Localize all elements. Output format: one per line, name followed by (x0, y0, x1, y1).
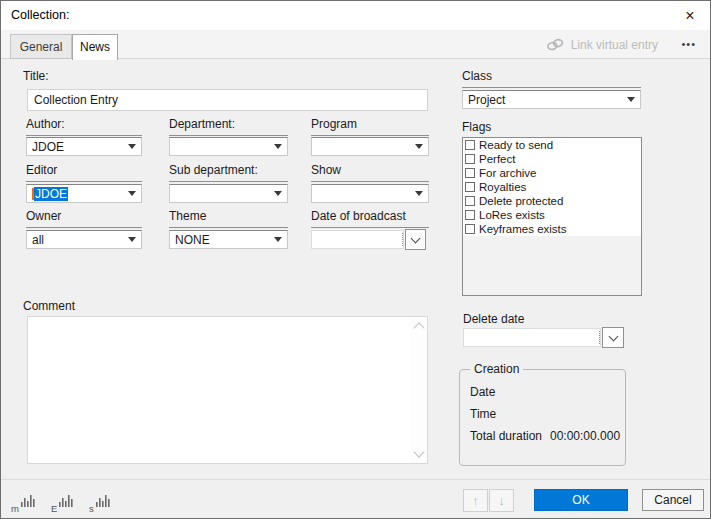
flag-label: Keyframes exists (479, 223, 567, 235)
waveform-icon (20, 493, 38, 513)
flags-listbox[interactable]: Ready to send Perfect For archive Royalt… (462, 137, 642, 296)
program-label: Program (311, 117, 429, 136)
chevron-down-icon[interactable] (274, 144, 282, 149)
title-bar: Collection: × (1, 1, 710, 30)
chevron-down-icon (411, 233, 421, 243)
chevron-down-icon[interactable] (274, 237, 282, 242)
waveform-icon (58, 493, 76, 513)
chevron-down-icon (608, 331, 618, 341)
comment-textarea[interactable] (27, 316, 428, 464)
chevron-down-icon[interactable] (128, 191, 136, 196)
checkbox-icon[interactable] (465, 154, 475, 164)
chevron-down-icon[interactable] (627, 97, 635, 102)
link-virtual-entry-button[interactable]: Link virtual entry (546, 30, 658, 59)
show-label: Show (311, 163, 429, 182)
chevron-down-icon[interactable] (128, 237, 136, 242)
ok-button[interactable]: OK (534, 489, 628, 511)
class-value: Project (468, 92, 627, 108)
chevron-down-icon[interactable] (128, 144, 136, 149)
delete-date-input[interactable] (463, 328, 601, 347)
marker-m-button[interactable]: m (11, 491, 41, 513)
title-value: Collection Entry (34, 93, 118, 107)
owner-combobox[interactable]: all (26, 230, 142, 249)
tab-general[interactable]: General (10, 34, 72, 59)
editor-value: JDOE (32, 186, 128, 202)
close-icon[interactable]: × (676, 3, 704, 28)
sub-department-combobox[interactable] (169, 184, 288, 203)
program-combobox[interactable] (311, 137, 429, 156)
date-of-broadcast-dropdown-button[interactable] (405, 229, 426, 250)
footer-divider (1, 479, 710, 480)
marker-s-button[interactable]: s (89, 491, 119, 513)
scroll-down-icon[interactable] (413, 446, 424, 457)
show-combobox[interactable] (311, 184, 429, 203)
tab-news[interactable]: News (72, 34, 118, 60)
flag-row-keyframes-exists[interactable]: Keyframes exists (463, 222, 641, 236)
author-value: JDOE (32, 139, 128, 155)
waveform-icon (95, 493, 113, 513)
comment-label: Comment (23, 299, 75, 313)
theme-value: NONE (175, 232, 274, 248)
creation-date-label: Date (470, 385, 495, 399)
collection-dialog: Collection: × General News Link virtual … (0, 0, 711, 519)
date-of-broadcast-label: Date of broadcast (311, 209, 429, 228)
creation-total-duration-label: Total duration (470, 429, 542, 443)
move-down-button[interactable]: ↓ (489, 489, 514, 512)
checkbox-icon[interactable] (465, 168, 475, 178)
marker-e-button[interactable]: E (51, 491, 81, 513)
delete-date-dropdown-button[interactable] (602, 327, 624, 348)
delete-date-label: Delete date (463, 312, 524, 326)
class-label: Class (462, 69, 641, 88)
marker-e-letter: E (51, 505, 57, 513)
flag-row-delete-protected[interactable]: Delete protected (463, 194, 641, 208)
flag-label: Delete protected (479, 195, 563, 207)
flag-row-royalties[interactable]: Royalties (463, 180, 641, 194)
owner-label: Owner (26, 209, 142, 228)
chevron-down-icon[interactable] (415, 144, 423, 149)
link-chain-icon (546, 38, 565, 51)
flag-label: Ready to send (479, 139, 553, 151)
checkbox-icon[interactable] (465, 224, 475, 234)
flag-row-ready-to-send[interactable]: Ready to send (463, 138, 641, 152)
author-combobox[interactable]: JDOE (26, 137, 142, 156)
author-label: Author: (26, 117, 142, 136)
scroll-up-icon[interactable] (413, 322, 424, 333)
theme-label: Theme (169, 209, 288, 228)
comment-scrollbar[interactable] (410, 317, 427, 463)
title-input[interactable]: Collection Entry (27, 89, 428, 111)
flag-label: LoRes exists (479, 209, 545, 221)
creation-groupbox: Creation Date Time Total duration 00:00:… (459, 369, 626, 466)
chevron-down-icon[interactable] (274, 191, 282, 196)
creation-total-duration-value: 00:00:00.000 (550, 429, 620, 443)
arrow-down-icon: ↓ (498, 493, 505, 508)
checkbox-icon[interactable] (465, 140, 475, 150)
creation-legend: Creation (470, 362, 523, 376)
editor-combobox[interactable]: JDOE (26, 184, 142, 203)
theme-combobox[interactable]: NONE (169, 230, 288, 249)
date-caret (402, 233, 403, 246)
flag-row-for-archive[interactable]: For archive (463, 166, 641, 180)
flag-label: For archive (479, 167, 537, 179)
department-combobox[interactable] (169, 137, 288, 156)
selected-text: JDOE (34, 187, 68, 201)
sub-department-label: Sub department: (169, 163, 288, 182)
title-label: Title: (23, 69, 49, 83)
flag-row-perfect[interactable]: Perfect (463, 152, 641, 166)
checkbox-icon[interactable] (465, 196, 475, 206)
flag-label: Royalties (479, 181, 526, 193)
checkbox-icon[interactable] (465, 210, 475, 220)
more-options-button[interactable]: ••• (681, 30, 696, 59)
window-title: Collection: (11, 1, 69, 30)
checkbox-icon[interactable] (465, 182, 475, 192)
class-combobox[interactable]: Project (462, 90, 641, 109)
flag-label: Perfect (479, 153, 515, 165)
move-up-button[interactable]: ↑ (463, 489, 488, 512)
owner-value: all (32, 232, 128, 248)
cancel-button[interactable]: Cancel (642, 489, 704, 511)
flag-row-lores-exists[interactable]: LoRes exists (463, 208, 641, 222)
arrow-up-icon: ↑ (472, 493, 479, 508)
chevron-down-icon[interactable] (415, 191, 423, 196)
marker-s-letter: s (89, 505, 94, 513)
date-of-broadcast-input[interactable] (311, 230, 404, 249)
date-caret (599, 331, 600, 344)
